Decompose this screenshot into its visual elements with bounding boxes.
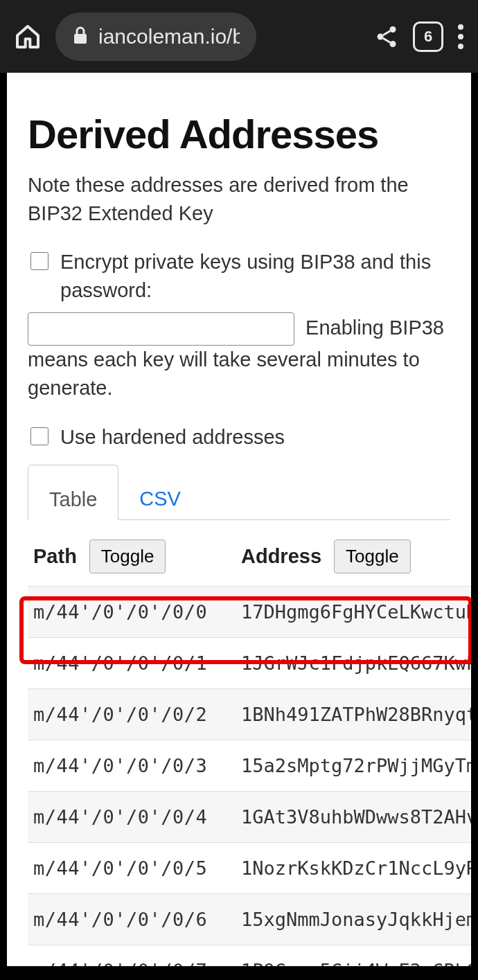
cell-path: m/44'/0'/0'/0/0: [33, 601, 241, 623]
hardened-checkbox[interactable]: [30, 427, 48, 445]
cell-address: 15a2sMptg72rPWjjMGyTmJ: [241, 755, 471, 776]
table-row[interactable]: m/44'/0'/0'/0/11JGrWJc1FdjpkEQ667KwPY: [28, 637, 471, 688]
bip38-checkbox-label: Encrypt private keys using BIP38 and thi…: [60, 248, 450, 304]
table-body: m/44'/0'/0'/0/017DHgmg6FgHYCeLKwctuHfm/4…: [28, 586, 471, 966]
col-address-header: Address: [241, 545, 321, 568]
bip38-block: Enabling BIP38 means each key will take …: [28, 312, 450, 402]
cell-address: 15xgNmmJonasyJqkkHjemR: [241, 909, 471, 930]
share-icon[interactable]: [374, 24, 399, 49]
bip38-checkbox[interactable]: [30, 252, 48, 270]
hardened-checkbox-row[interactable]: Use hardened addresses: [28, 423, 450, 452]
table-row[interactable]: m/44'/0'/0'/0/315a2sMptg72rPWjjMGyTmJ: [28, 740, 471, 791]
tab-table[interactable]: Table: [28, 465, 118, 520]
table-row[interactable]: m/44'/0'/0'/0/71P9Gyry5Gii4WrE3xGBh6U: [28, 945, 471, 966]
tabs-count: 6: [424, 28, 432, 46]
home-icon[interactable]: [14, 23, 42, 51]
cell-address: 1NozrKskKDzCr1NccL9yRU: [241, 857, 471, 879]
svg-point-3: [390, 41, 396, 47]
lock-icon: [72, 26, 89, 48]
hardened-checkbox-label: Use hardened addresses: [60, 423, 285, 452]
table-row[interactable]: m/44'/0'/0'/0/21BNh491ZATPhW28BRnyqtw: [28, 688, 471, 740]
svg-rect-0: [74, 34, 87, 44]
cell-path: m/44'/0'/0'/0/7: [33, 960, 241, 966]
tabs-count-button[interactable]: 6: [413, 21, 443, 52]
table-row[interactable]: m/44'/0'/0'/0/41GAt3V8uhbWDwws8T2AHvs: [28, 791, 471, 842]
cell-path: m/44'/0'/0'/0/2: [33, 704, 241, 725]
svg-point-1: [390, 26, 396, 33]
bip38-checkbox-row[interactable]: Encrypt private keys using BIP38 and thi…: [28, 248, 450, 304]
cell-path: m/44'/0'/0'/0/4: [33, 806, 241, 828]
url-bar[interactable]: iancoleman.io/bip: [55, 12, 256, 61]
cell-address: 1BNh491ZATPhW28BRnyqtw: [241, 704, 471, 725]
svg-point-2: [378, 33, 384, 39]
browser-bar: iancoleman.io/bip 6: [0, 0, 478, 73]
svg-point-5: [458, 34, 463, 39]
table-row[interactable]: m/44'/0'/0'/0/615xgNmmJonasyJqkkHjemR: [28, 893, 471, 945]
table-row[interactable]: m/44'/0'/0'/0/017DHgmg6FgHYCeLKwctuHf: [28, 586, 471, 637]
toggle-path-button[interactable]: Toggle: [89, 540, 166, 573]
cell-address: 1JGrWJc1FdjpkEQ667KwPY: [241, 652, 471, 674]
col-path-header: Path: [33, 545, 77, 568]
table-header: Path Toggle Address Toggle: [28, 533, 471, 586]
tab-csv[interactable]: CSV: [118, 465, 202, 519]
tab-strip: Table CSV: [28, 465, 450, 520]
bip38-password-input[interactable]: [28, 312, 294, 346]
cell-path: m/44'/0'/0'/0/1: [33, 652, 241, 674]
cell-path: m/44'/0'/0'/0/3: [33, 755, 241, 776]
cell-path: m/44'/0'/0'/0/6: [33, 909, 241, 930]
table-row[interactable]: m/44'/0'/0'/0/51NozrKskKDzCr1NccL9yRU: [28, 842, 471, 893]
page-title: Derived Addresses: [28, 111, 450, 157]
cell-address: 17DHgmg6FgHYCeLKwctuHf: [241, 601, 471, 623]
page-content: Derived Addresses Note these addresses a…: [7, 73, 471, 966]
svg-point-4: [458, 24, 463, 30]
toggle-address-button[interactable]: Toggle: [334, 540, 411, 573]
cell-path: m/44'/0'/0'/0/5: [33, 857, 241, 879]
cell-address: 1GAt3V8uhbWDwws8T2AHvs: [241, 806, 471, 828]
more-icon[interactable]: [457, 24, 464, 50]
address-table: Path Toggle Address Toggle m/44'/0'/0'/0…: [28, 533, 471, 966]
note-text: Note these addresses are derived from th…: [28, 171, 450, 227]
cell-address: 1P9Gyry5Gii4WrE3xGBh6U: [241, 960, 471, 966]
svg-point-6: [458, 44, 463, 49]
url-text: iancoleman.io/bip: [98, 25, 240, 48]
